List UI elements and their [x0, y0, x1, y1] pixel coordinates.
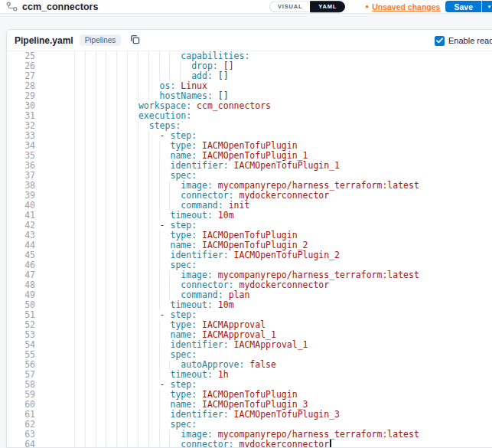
unsaved-changes-label: Unsaved changes	[372, 2, 440, 11]
code-line[interactable]: 27add: []	[7, 71, 492, 81]
code-text: timeout: 10m	[64, 211, 234, 221]
code-line[interactable]: 36identifier: IACMOpenTofuPlugin_1	[7, 161, 492, 171]
code-text: identifier: IACMOpenTofuPlugin_2	[64, 250, 340, 260]
code-text: spec:	[64, 350, 197, 360]
code-line[interactable]: 49command: plan	[7, 290, 492, 300]
pipelines-badge[interactable]: Pipelines	[80, 34, 122, 46]
save-button[interactable]: Save	[445, 1, 481, 12]
code-line[interactable]: 64connector: mydockerconnector	[7, 440, 492, 447]
line-number: 64	[7, 440, 39, 447]
code-text: spec:	[64, 171, 197, 181]
code-line[interactable]: 31execution:	[7, 111, 492, 121]
check-icon	[436, 38, 443, 44]
top-header: ccm_connectors VISUAL YAML ● Unsaved cha…	[0, 0, 492, 14]
copy-button[interactable]	[130, 34, 140, 47]
code-text: connector: mydockerconnector	[64, 440, 331, 447]
editor-lines: 25capabilities:26drop: []27add: []28os: …	[7, 51, 492, 447]
code-text: timeout: 10m	[64, 300, 234, 310]
code-line[interactable]: 41timeout: 10m	[7, 211, 492, 221]
code-line[interactable]: 30workspace: ccm_connectors	[7, 101, 492, 111]
yaml-editor-card: Pipeline.yaml Pipelines Enable read/	[6, 29, 492, 448]
code-line[interactable]: 54identifier: IACMApproval_1	[7, 340, 492, 350]
code-text: timeout: 1h	[64, 370, 229, 380]
code-line[interactable]: 32steps:	[7, 121, 492, 131]
code-text: spec:	[64, 420, 197, 430]
text-cursor	[330, 440, 331, 447]
file-name-label: Pipeline.yaml	[15, 35, 73, 46]
enable-edit-checkbox[interactable]	[435, 36, 445, 46]
unsaved-changes-link[interactable]: ● Unsaved changes	[365, 2, 440, 11]
page-title: ccm_connectors	[22, 2, 98, 12]
save-split-button: Save ▾	[445, 1, 492, 12]
code-line[interactable]: 26drop: []	[7, 61, 492, 71]
yaml-toggle-button[interactable]: YAML	[310, 1, 345, 13]
code-line[interactable]: 28os: Linux	[7, 81, 492, 91]
header-actions: ● Unsaved changes Save ▾	[365, 1, 492, 12]
visual-toggle-button[interactable]: VISUAL	[269, 1, 310, 13]
yaml-editor[interactable]: 25capabilities:26drop: []27add: []28os: …	[7, 51, 492, 447]
save-dropdown-button[interactable]: ▾	[481, 1, 492, 12]
code-line[interactable]: 57timeout: 1h	[7, 370, 492, 380]
editor-tabbar: Pipeline.yaml Pipelines Enable read/	[7, 30, 492, 51]
chevron-down-icon: ▾	[488, 4, 491, 10]
code-line[interactable]: 45identifier: IACMOpenTofuPlugin_2	[7, 250, 492, 260]
code-line[interactable]: 40command: init	[7, 201, 492, 211]
code-text: identifier: IACMOpenTofuPlugin_3	[64, 410, 340, 420]
code-line[interactable]: 56autoApprove: false	[7, 360, 492, 370]
enable-edit-label: Enable read/	[448, 36, 492, 45]
unsaved-dot-icon: ●	[365, 4, 369, 10]
pipeline-icon	[6, 2, 18, 11]
code-line[interactable]: 25capabilities:	[7, 51, 492, 61]
copy-icon	[130, 34, 140, 47]
view-toggle: VISUAL YAML	[269, 1, 345, 13]
code-text: spec:	[64, 260, 197, 270]
code-line[interactable]: 50timeout: 10m	[7, 300, 492, 310]
enable-edit-group: Enable read/	[435, 30, 492, 51]
code-text: identifier: IACMOpenTofuPlugin_1	[64, 161, 340, 171]
code-line[interactable]: 61identifier: IACMOpenTofuPlugin_3	[7, 410, 492, 420]
